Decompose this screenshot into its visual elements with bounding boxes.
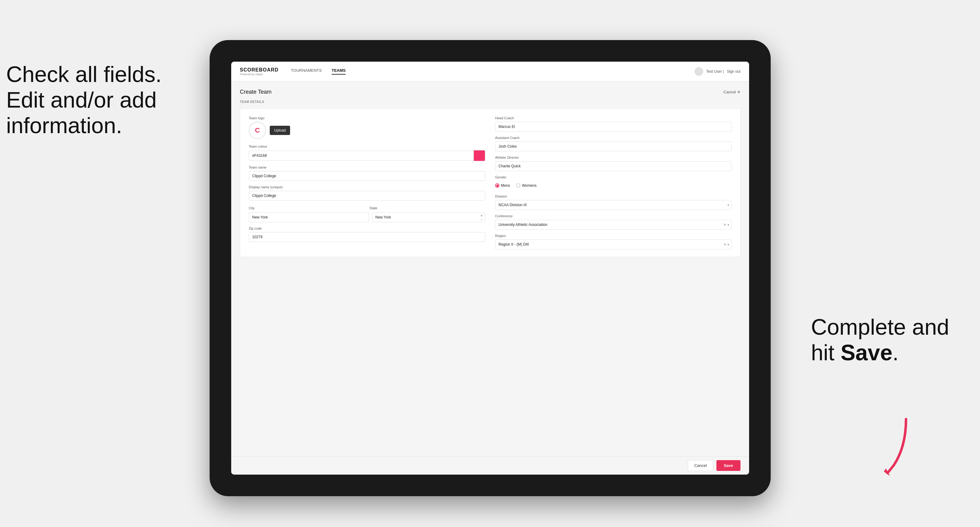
nav-links: TOURNAMENTS TEAMS [291,68,695,75]
user-name: Test User | [706,69,724,74]
team-logo-group: Team logo C Upload [249,116,485,139]
app-logo: SCOREBOARD [240,67,279,73]
city-state-group: City State New York [249,205,485,222]
region-clear-icon[interactable]: ✕ [724,243,726,246]
conference-select-wrap: University Athletic Association ✕ ▾ [495,220,732,230]
team-name-group: Team name [249,165,485,181]
gender-womens-option[interactable]: Womens [516,183,536,188]
team-logo-label: Team logo [249,116,485,120]
conference-clear-icon[interactable]: ✕ [724,223,726,227]
region-value: Region II - (M) DIII [498,242,529,246]
cancel-x-button[interactable]: Cancel ✕ [724,90,740,94]
athletic-director-group: Athletic Director [495,156,732,171]
assistant-coach-input[interactable] [495,141,732,151]
region-select-wrap: Region II - (M) DIII ✕ ▾ [495,240,732,249]
conference-actions: ✕ ▾ [724,223,729,227]
assistant-coach-group: Assistant Coach [495,136,732,151]
state-clear-icon[interactable]: ✕ [480,214,483,217]
team-name-label: Team name [249,165,485,169]
division-select[interactable]: NCAA Division III [495,200,732,210]
division-label: Division [495,194,732,198]
division-group: Division NCAA Division III ▾ [495,194,732,210]
state-select[interactable]: New York [372,212,485,222]
conference-chevron-icon: ▾ [727,223,729,227]
conference-label: Conference [495,214,732,218]
state-select-wrap: New York ✕ ⌄ [372,212,485,222]
city-state-row: New York ✕ ⌄ [249,212,485,222]
close-icon: ✕ [737,90,740,94]
page-content: Create Team Cancel ✕ TEAM DETAILS Team l… [231,81,749,456]
right-column: Head Coach Assistant Coach Athletic Dire… [495,116,732,249]
conference-display[interactable]: University Athletic Association [495,220,732,230]
color-swatch[interactable] [474,150,485,161]
tablet-device: SCOREBOARD Powered by clippd TOURNAMENTS… [210,40,771,496]
gender-mens-option[interactable]: Mens [495,183,510,188]
logo-area: SCOREBOARD Powered by clippd [240,67,279,76]
head-coach-input[interactable] [495,122,732,132]
annotation-left: Check all fields. Edit and/or add inform… [6,62,162,138]
left-column: Team logo C Upload Team colour [249,116,485,249]
region-group: Region Region II - (M) DIII ✕ ▾ [495,234,732,249]
nav-tournaments[interactable]: TOURNAMENTS [291,68,322,75]
team-colour-label: Team colour [249,144,485,148]
head-coach-label: Head Coach [495,116,732,120]
zip-group: Zip code [249,227,485,242]
conference-group: Conference University Athletic Associati… [495,214,732,230]
team-name-input[interactable] [249,171,485,181]
assistant-coach-label: Assistant Coach [495,136,732,140]
gender-label: Gender [495,175,732,179]
color-input-row [249,150,485,161]
state-chevron-icon: ⌄ [480,217,483,221]
gender-womens-radio[interactable] [516,183,520,188]
display-name-group: Display name (unique) [249,185,485,201]
city-input[interactable] [249,212,369,222]
gender-radio-group: Mens Womens [495,181,732,190]
tablet-screen: SCOREBOARD Powered by clippd TOURNAMENTS… [231,62,749,475]
form-footer: Cancel Save [231,456,749,475]
head-coach-group: Head Coach [495,116,732,132]
form-header: Create Team Cancel ✕ [240,89,740,95]
form-grid: Team logo C Upload Team colour [249,116,732,249]
logo-subtitle: Powered by clippd [240,73,279,76]
zip-label: Zip code [249,227,485,230]
region-display[interactable]: Region II - (M) DIII [495,240,732,249]
region-chevron-icon: ▾ [727,243,729,246]
conference-value: University Athletic Association [498,222,547,227]
gender-mens-label: Mens [501,183,510,188]
navbar: SCOREBOARD Powered by clippd TOURNAMENTS… [231,62,749,81]
logo-circle: C [249,122,266,139]
user-avatar [695,67,703,76]
logo-upload-area: C Upload [249,122,485,139]
annotation-right: Complete and hit Save. [811,314,949,365]
athletic-director-label: Athletic Director [495,156,732,159]
cancel-button[interactable]: Cancel [688,460,713,471]
save-button[interactable]: Save [716,460,740,471]
display-name-label: Display name (unique) [249,185,485,189]
section-label: TEAM DETAILS [240,100,740,103]
form-title: Create Team [240,89,272,95]
nav-right: Test User | Sign out [695,67,740,76]
display-name-input[interactable] [249,191,485,201]
team-colour-group: Team colour [249,144,485,161]
gender-group: Gender Mens Womens [495,175,732,190]
athletic-director-input[interactable] [495,161,732,171]
state-label: State [370,206,378,210]
zip-input[interactable] [249,232,485,242]
region-label: Region [495,234,732,238]
division-select-wrap: NCAA Division III ▾ [495,200,732,210]
radio-inner [496,185,498,187]
gender-mens-radio[interactable] [495,183,500,188]
form-card: Team logo C Upload Team colour [240,108,740,257]
upload-button[interactable]: Upload [270,126,290,135]
gender-womens-label: Womens [522,183,536,188]
region-actions: ✕ ▾ [724,243,729,246]
state-select-icons: ✕ ⌄ [480,214,483,221]
nav-teams[interactable]: TEAMS [332,68,346,75]
city-label: City [249,206,255,210]
team-colour-input[interactable] [249,151,474,160]
arrow-right-icon [844,416,912,478]
sign-out-link[interactable]: Sign out [727,69,740,74]
